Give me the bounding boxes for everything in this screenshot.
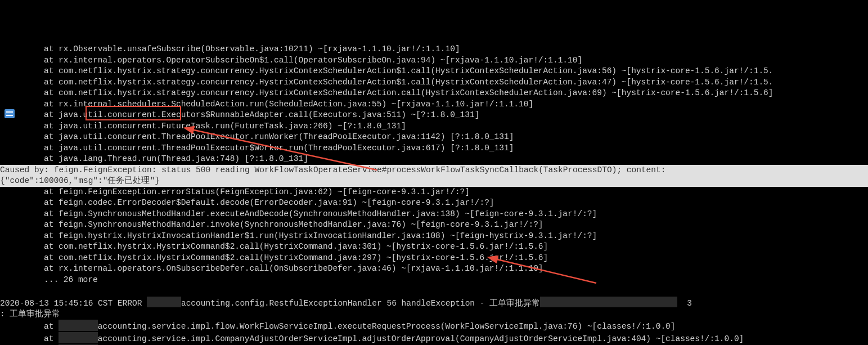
selection-icon (5, 109, 15, 118)
log-line: {"code":100006,"msg":"任务已处理"} (0, 176, 868, 187)
log-line: at rx.internal.operators.OnSubscribeDefe… (0, 263, 868, 275)
log-line: at feign.hystrix.HystrixInvocationHandle… (0, 231, 868, 242)
log-line: at rx.Observable.unsafeSubscribe(Observa… (0, 44, 868, 55)
log-line: at java.lang.Thread.run(Thread.java:748)… (0, 154, 868, 165)
log-line: ... 26 more (0, 275, 868, 286)
log-output: at rx.Observable.unsafeSubscribe(Observa… (0, 44, 868, 345)
log-line (0, 285, 868, 297)
log-line: : 工单审批异常 (0, 309, 868, 320)
log-line: at rx.internal.operators.OperatorSubscri… (0, 55, 868, 66)
redacted-text (540, 297, 677, 308)
log-line: at feign.codec.ErrorDecoder$Default.deco… (0, 198, 868, 209)
log-line: at java.util.concurrent.ThreadPoolExecut… (0, 132, 868, 143)
log-line: 2020-08-13 15:45:16 CST ERROR accounting… (0, 297, 868, 309)
log-line: at com.netflix.hystrix.strategy.concurre… (0, 77, 868, 88)
log-line: at feign.FeignException.errorStatus(Feig… (0, 187, 868, 198)
log-line: at java.util.concurrent.FutureTask.run(F… (0, 121, 868, 132)
redacted-text (59, 332, 98, 343)
redacted-text (147, 297, 181, 308)
log-line: at com.netflix.hystrix.HystrixCommand$2.… (0, 253, 868, 264)
log-line: at com.netflix.hystrix.HystrixCommand$2.… (0, 241, 868, 253)
log-line: at accounting.service.impl.CompanyAdjust… (0, 332, 868, 344)
log-line: at feign.SynchronousMethodHandler.invoke… (0, 219, 868, 231)
log-line: at java.util.concurrent.Executors$Runnab… (0, 110, 868, 121)
redacted-text (59, 320, 98, 331)
log-line: at com.netflix.hystrix.strategy.concurre… (0, 66, 868, 77)
log-line: at java.util.concurrent.ThreadPoolExecut… (0, 143, 868, 154)
log-line: at com.netflix.hystrix.strategy.concurre… (0, 88, 868, 99)
log-line: at accounting.service.impl.flow.WorkFlow… (0, 320, 868, 332)
log-line: Caused by: feign.FeignException: status … (0, 165, 868, 176)
log-line: at feign.SynchronousMethodHandler.execut… (0, 209, 868, 220)
log-line: at rx.internal.schedulers.ScheduledActio… (0, 99, 868, 110)
